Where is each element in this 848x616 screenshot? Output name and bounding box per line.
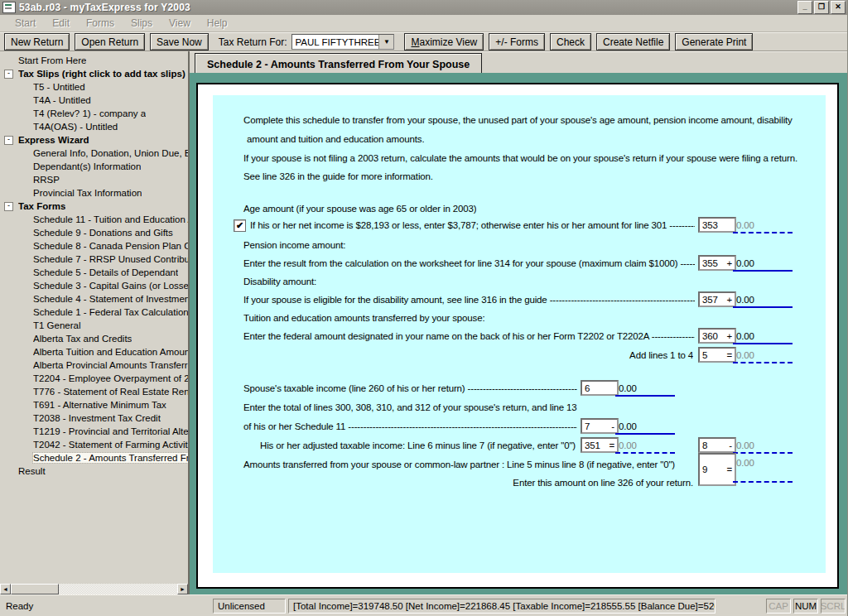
- sidebar-item[interactable]: Schedule 9 - Donations and Gifts: [0, 226, 188, 239]
- sidebar-item[interactable]: Schedule 2 - Amounts Transferred Fror: [0, 451, 188, 464]
- sidebar-item[interactable]: Schedule 3 - Capital Gains (or Losses) i: [0, 279, 188, 292]
- sidebar-item[interactable]: T4 (Relev? 1) - company a: [0, 107, 188, 120]
- restore-button[interactable]: ❐: [814, 1, 829, 14]
- scrollbar-thumb[interactable]: [11, 584, 59, 594]
- tax-return-select[interactable]: PAUL FIFTYTHREE ▼: [292, 34, 394, 50]
- sidebar-horizontal-scrollbar[interactable]: ◄ ►: [0, 584, 188, 594]
- sidebar-item[interactable]: T776 - Statement of Real Estate Renta: [0, 385, 188, 398]
- line-355-operator: +: [726, 258, 732, 268]
- collapse-icon[interactable]: -: [4, 136, 13, 145]
- maximize-view-label: aximize View: [419, 36, 477, 48]
- status-caps-lock: CAP: [766, 599, 791, 614]
- line-353-box: 353: [698, 217, 736, 233]
- sidebar-item[interactable]: -Tax Slips (right click to add tax slips…: [0, 67, 188, 80]
- sidebar-item[interactable]: Alberta Tuition and Education Amounts: [0, 345, 188, 359]
- sidebar-item-label: T1 General: [33, 320, 81, 330]
- close-button[interactable]: ✕: [831, 1, 846, 14]
- tab-schedule2[interactable]: Schedule 2 - Amounts Transferred From Yo…: [195, 53, 482, 75]
- sidebar-item[interactable]: T1 General: [0, 319, 188, 332]
- open-return-button[interactable]: Open Return: [75, 33, 145, 51]
- line360-text: Enter the federal amount designated in y…: [243, 331, 695, 341]
- menu-forms[interactable]: Forms: [78, 17, 123, 29]
- sidebar-item[interactable]: T2204 - Employee Overpayment of 200: [0, 372, 188, 385]
- scrollbar-track[interactable]: [11, 584, 177, 594]
- menu-view[interactable]: View: [161, 17, 199, 29]
- check-button[interactable]: Check: [550, 33, 591, 51]
- line-353-value: 0.00: [733, 220, 793, 233]
- sidebar-item[interactable]: T4A(OAS) - Untitled: [0, 120, 188, 133]
- line-8-operator: -: [729, 440, 732, 450]
- intro-line-2: amount and tuition and education amounts…: [247, 134, 424, 144]
- sidebar-item[interactable]: T2038 - Investment Tax Credit: [0, 411, 188, 425]
- sidebar-item[interactable]: Schedule 4 - Statement of Investment: [0, 292, 188, 306]
- plus-minus-forms-button[interactable]: +/- Forms: [489, 33, 545, 51]
- status-scroll-lock: SCRL: [821, 599, 846, 614]
- collapse-icon[interactable]: -: [4, 202, 13, 211]
- maximize-view-button[interactable]: Maximize View: [404, 33, 484, 51]
- sidebar-item-label: Express Wizard: [18, 135, 89, 145]
- line-8-number: 8: [702, 440, 707, 450]
- status-license: Unlicensed: [213, 599, 286, 614]
- sidebar-item[interactable]: Alberta Provincial Amounts Transferred: [0, 359, 188, 372]
- line-357-box: 357 +: [698, 291, 736, 307]
- sidebar-item[interactable]: T4A - Untitled: [0, 94, 188, 107]
- minimize-button[interactable]: _: [797, 1, 812, 14]
- chevron-down-icon[interactable]: ▼: [378, 35, 393, 49]
- sidebar-item-label: Tax Slips (right click to add tax slips): [18, 69, 186, 79]
- line-7-value[interactable]: 0.00: [615, 421, 675, 435]
- sidebar-item[interactable]: -Express Wizard: [0, 133, 188, 147]
- disability-heading: Disability amount:: [243, 277, 316, 286]
- sidebar-item-label: T4A - Untitled: [33, 95, 91, 105]
- sidebar-item[interactable]: T5 - Untitled: [0, 80, 188, 94]
- net-income-checkbox[interactable]: ✔: [234, 219, 246, 232]
- sidebar-item[interactable]: T2042 - Statement of Farming Activities: [0, 438, 188, 451]
- status-totals: [Total Income]=319748.50 [Net Income]=22…: [288, 599, 716, 614]
- collapse-icon[interactable]: -: [4, 70, 13, 79]
- sidebar-item[interactable]: Alberta Tax and Credits: [0, 332, 188, 345]
- sidebar-item[interactable]: Provincial Tax Information: [0, 186, 188, 200]
- sidebar-item-label: Dependant(s) Information: [33, 161, 141, 171]
- sidebar-item-label: T2042 - Statement of Farming Activities: [33, 440, 188, 450]
- line357-text: If your spouse is eligible for the disab…: [243, 295, 695, 305]
- sidebar-item[interactable]: Result: [0, 464, 188, 478]
- sidebar-item[interactable]: Dependant(s) Information: [0, 160, 188, 173]
- create-netfile-button[interactable]: Create Netfile: [596, 33, 670, 51]
- menu-help[interactable]: Help: [199, 17, 236, 29]
- save-now-button[interactable]: Save Now: [150, 33, 209, 51]
- sidebar-item-label: Schedule 1 - Federal Tax Calculation: [33, 307, 188, 317]
- line355-text: Enter the result from the calculation on…: [243, 258, 695, 268]
- sidebar-item[interactable]: T1219 - Provincial and Territorial Alter…: [0, 425, 188, 438]
- sidebar-item-label: Tax Forms: [18, 201, 65, 211]
- menu-start[interactable]: Start: [7, 17, 44, 29]
- line-355-value[interactable]: 0.00: [733, 258, 793, 272]
- sidebar-item[interactable]: -Tax Forms: [0, 200, 188, 213]
- app-window: 53ab.r03 - myTaxExpress for Y2003 _ ❐ ✕ …: [0, 0, 848, 616]
- scroll-left-icon[interactable]: ◄: [0, 584, 11, 594]
- line-360-value[interactable]: 0.00: [733, 331, 793, 344]
- sidebar-item[interactable]: Schedule 1 - Federal Tax Calculation: [0, 306, 188, 319]
- line-357-value[interactable]: 0.00: [733, 295, 793, 308]
- sidebar-item[interactable]: Schedule 8 - Canada Pension Plan Cont: [0, 239, 188, 253]
- sidebar-item[interactable]: Start From Here: [0, 54, 188, 67]
- sidebar-item[interactable]: T691 - Alternative Minimum Tax: [0, 398, 188, 411]
- line-351-operator: =: [609, 440, 614, 450]
- menu-edit[interactable]: Edit: [44, 17, 78, 29]
- new-return-button[interactable]: New Return: [4, 33, 70, 51]
- line-7-operator: -: [611, 421, 614, 431]
- line-353-number: 353: [702, 220, 718, 230]
- sidebar-item[interactable]: General Info, Donation, Union Due, Bar: [0, 147, 188, 160]
- line-351-number: 351: [585, 440, 600, 450]
- line-6-value[interactable]: 0.00: [615, 383, 675, 397]
- scroll-right-icon[interactable]: ►: [177, 584, 188, 594]
- sidebar-item[interactable]: Schedule 7 - RRSP Unused Contribution: [0, 253, 188, 266]
- sidebar-item[interactable]: Schedule 11 - Tuition and Education Am: [0, 213, 188, 226]
- menu-slips[interactable]: Slips: [123, 17, 161, 29]
- line-355-box: 355 +: [698, 255, 736, 271]
- generate-print-button[interactable]: Generate Print: [675, 33, 753, 51]
- sidebar-item[interactable]: Schedule 5 - Details of Dependant: [0, 266, 188, 279]
- line-5-box: 5 =: [698, 347, 736, 363]
- sidebar-item-label: T5 - Untitled: [33, 82, 85, 92]
- sidebar-item-label: T1219 - Provincial and Territorial Alter…: [33, 426, 188, 436]
- sidebar-item[interactable]: RRSP: [0, 173, 188, 186]
- line-9-operator: =: [726, 464, 732, 474]
